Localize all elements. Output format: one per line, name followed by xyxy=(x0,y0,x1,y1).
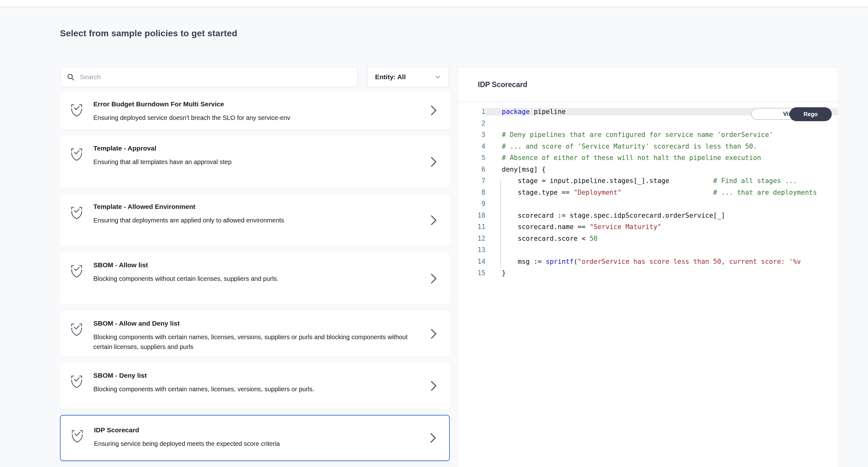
policy-preview-header: IDP Scorecard xyxy=(458,67,837,102)
line-number: 9 xyxy=(458,200,486,208)
code-line: 6deny[msg] { xyxy=(458,164,837,175)
list-item-text: Error Budget Burndown For Multi ServiceE… xyxy=(93,100,439,123)
code-text: } xyxy=(486,269,837,277)
code-line: 14 msg := sprintf("orderService has scor… xyxy=(458,256,837,268)
line-number: 5 xyxy=(458,154,486,162)
line-number: 11 xyxy=(458,223,486,231)
chevron-right-icon xyxy=(430,328,437,339)
line-number: 3 xyxy=(458,131,486,139)
editor-mode-toggle[interactable]: Visual Rego xyxy=(751,108,832,120)
line-number: 2 xyxy=(458,120,486,127)
code-line: 11 scorecard.name == "Service Maturity" xyxy=(458,221,837,233)
policy-description: Blocking components without certain lice… xyxy=(93,274,420,284)
code-text: # Deny pipelines that are configured for… xyxy=(486,131,837,139)
list-item[interactable]: IDP ScorecardEnsuring service being depl… xyxy=(60,415,450,461)
line-number: 13 xyxy=(458,246,486,254)
list-item-text: IDP ScorecardEnsuring service being depl… xyxy=(94,426,438,449)
list-item[interactable]: Template - Allowed EnvironmentEnsuring t… xyxy=(60,194,450,246)
code-line: 5# Absence of either of these will not h… xyxy=(458,152,837,164)
policy-description: Ensuring deployed service doesn't breach… xyxy=(93,113,420,123)
code-text: deny[msg] { xyxy=(486,166,837,173)
shield-check-icon xyxy=(71,148,83,162)
code-line: 7 stage = input.pipeline.stages[_].stage… xyxy=(458,175,837,187)
list-item[interactable]: SBOM - Deny listBlocking components with… xyxy=(60,363,450,409)
list-item-text: SBOM - Allow and Deny listBlocking compo… xyxy=(93,320,439,352)
policy-description: Blocking components with certain names, … xyxy=(93,384,420,394)
code-text: # Absence of either of these will not ha… xyxy=(486,154,837,162)
line-number: 1 xyxy=(458,108,486,116)
code-text: msg := sprintf("orderService has score l… xyxy=(486,258,837,265)
policy-description: Ensuring that deployments are applied on… xyxy=(93,215,420,225)
line-number: 10 xyxy=(458,212,486,219)
line-number: 14 xyxy=(458,258,486,265)
list-item[interactable]: SBOM - Allow and Deny listBlocking compo… xyxy=(60,311,450,356)
rego-code-editor[interactable]: Visual Rego 1package pipeline23# Deny pi… xyxy=(458,102,837,466)
list-item-text: Template - Allowed EnvironmentEnsuring t… xyxy=(93,203,439,225)
chevron-right-icon xyxy=(430,105,437,116)
code-line: 4# ... and score of 'Service Maturity' s… xyxy=(458,141,837,152)
list-item[interactable]: Template - ApprovalEnsuring that all tem… xyxy=(60,136,450,188)
policy-sample-page: Select from sample policies to get start… xyxy=(0,0,868,467)
list-item-text: SBOM - Allow listBlocking components wit… xyxy=(93,261,439,284)
code-line: 15} xyxy=(458,267,837,279)
line-number: 12 xyxy=(458,235,486,242)
shield-check-icon xyxy=(71,104,83,117)
shield-check-icon xyxy=(71,206,83,220)
code-line: 12 scorecard.score < 50 xyxy=(458,233,837,244)
code-line: 9 xyxy=(458,198,837,210)
chevron-right-icon xyxy=(430,273,437,284)
policy-title: SBOM - Deny list xyxy=(93,372,420,379)
policy-list: Error Budget Burndown For Multi ServiceE… xyxy=(60,91,450,467)
entity-filter-label: Entity: All xyxy=(375,73,406,81)
code-line: 8 stage.type == "Deployment" # ... that … xyxy=(458,187,837,199)
code-text: stage = input.pipeline.stages[_].stage #… xyxy=(486,177,837,184)
code-text: scorecard.name == "Service Maturity" xyxy=(486,223,837,231)
code-text: scorecard := stage.spec.idpScorecard.ord… xyxy=(486,212,837,219)
code-line: 10 scorecard := stage.spec.idpScorecard.… xyxy=(458,210,837,222)
search-input[interactable] xyxy=(80,73,351,81)
policy-title: Error Budget Burndown For Multi Service xyxy=(93,100,420,108)
rego-mode-button[interactable]: Rego xyxy=(789,107,832,121)
line-number: 4 xyxy=(458,143,486,150)
list-item-text: Template - ApprovalEnsuring that all tem… xyxy=(93,145,439,167)
top-divider xyxy=(0,0,868,7)
shield-check-icon xyxy=(71,375,83,389)
chevron-right-icon xyxy=(430,433,436,443)
search-icon xyxy=(67,73,75,81)
policy-title: SBOM - Allow list xyxy=(93,261,420,269)
code-text: # ... and score of 'Service Maturity' sc… xyxy=(486,143,837,150)
code-line: 13 xyxy=(458,244,837,256)
list-item[interactable]: Error Budget Burndown For Multi ServiceE… xyxy=(60,91,450,129)
policy-preview-title: IDP Scorecard xyxy=(478,81,527,89)
policy-title: Template - Approval xyxy=(93,145,420,152)
code-text: stage.type == "Deployment" # ... that ar… xyxy=(486,189,837,196)
policy-title: IDP Scorecard xyxy=(94,426,420,434)
policy-description: Ensuring service being deployed meets th… xyxy=(94,439,420,449)
policy-description: Blocking components with certain names, … xyxy=(93,332,420,352)
line-number: 6 xyxy=(458,166,486,173)
list-item-text: SBOM - Deny listBlocking components with… xyxy=(93,372,439,394)
policy-preview-panel: IDP Scorecard Visual Rego 1package pipel… xyxy=(458,67,838,467)
chevron-right-icon xyxy=(430,156,437,167)
line-number: 8 xyxy=(458,189,486,196)
shield-check-icon xyxy=(71,323,83,337)
shield-check-icon xyxy=(71,264,83,278)
shield-check-icon xyxy=(71,430,83,443)
chevron-right-icon xyxy=(430,215,437,226)
entity-filter-dropdown[interactable]: Entity: All xyxy=(367,67,449,87)
chevron-down-icon xyxy=(434,74,441,81)
code-line: 3# Deny pipelines that are configured fo… xyxy=(458,129,837,141)
line-number: 15 xyxy=(458,269,486,277)
search-box[interactable] xyxy=(60,67,358,87)
policy-description: Ensuring that all templates have an appr… xyxy=(93,157,420,167)
line-number: 7 xyxy=(458,177,486,184)
indent-guide xyxy=(500,179,501,269)
code-text: scorecard.score < 50 xyxy=(486,235,837,242)
list-item[interactable]: SBOM - Allow listBlocking components wit… xyxy=(60,253,450,304)
policy-title: SBOM - Allow and Deny list xyxy=(93,320,420,327)
policy-title: Template - Allowed Environment xyxy=(93,203,420,210)
page-title: Select from sample policies to get start… xyxy=(60,28,237,38)
chevron-right-icon xyxy=(430,381,437,391)
